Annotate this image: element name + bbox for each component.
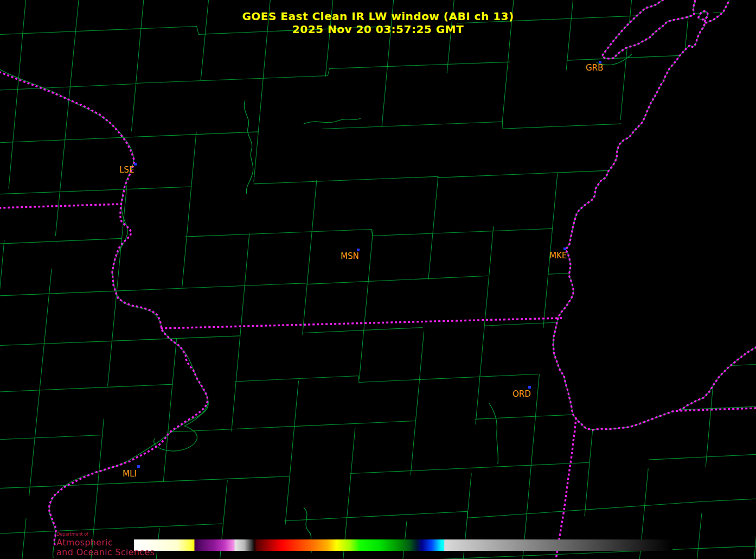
satellite-image-viewer: GOES East Clean IR LW window (ABI ch 13)…	[0, 0, 756, 559]
city-label-mli: MLI	[123, 469, 137, 479]
title-line1: GOES East Clean IR LW window (ABI ch 13)	[0, 10, 756, 23]
border-wi-il	[162, 318, 561, 328]
logo-line1: Atmospheric	[56, 538, 155, 548]
border-mn-ia	[0, 204, 121, 208]
logo-dept-of: Department of	[56, 532, 155, 537]
city-label-grb: GRB	[586, 63, 603, 73]
wisconsin-river-boundary	[244, 100, 253, 194]
uw-aos-logo: W Department of Atmospheric and Oceanic …	[0, 531, 260, 559]
city-label-msn: MSN	[341, 251, 359, 261]
lake-michigan-water	[553, 0, 756, 430]
title-line2: 2025 Nov 20 03:57:25 GMT	[0, 23, 756, 36]
mississippi-island-loop	[154, 402, 208, 451]
image-title: GOES East Clean IR LW window (ABI ch 13)…	[0, 10, 756, 36]
river-wiggle-north	[304, 118, 361, 124]
city-dot-ord	[528, 386, 531, 389]
border-il-in	[556, 418, 576, 556]
city-dot-mli	[137, 465, 140, 468]
logo-text: Department of Atmospheric and Oceanic Sc…	[56, 532, 155, 557]
lake-water	[553, 0, 756, 430]
mississippi-river-lower	[49, 328, 208, 558]
city-dot-mke	[563, 247, 566, 250]
mississippi-river-upper	[0, 69, 162, 328]
city-dot-lse	[134, 163, 137, 166]
fox-river-boundary	[489, 403, 498, 464]
map-canvas	[0, 0, 756, 559]
city-label-lse: LSE	[119, 165, 134, 175]
logo-line2: and Oceanic Sciences	[56, 548, 155, 557]
city-label-mke: MKE	[549, 251, 567, 261]
city-label-ord: ORD	[512, 389, 531, 399]
